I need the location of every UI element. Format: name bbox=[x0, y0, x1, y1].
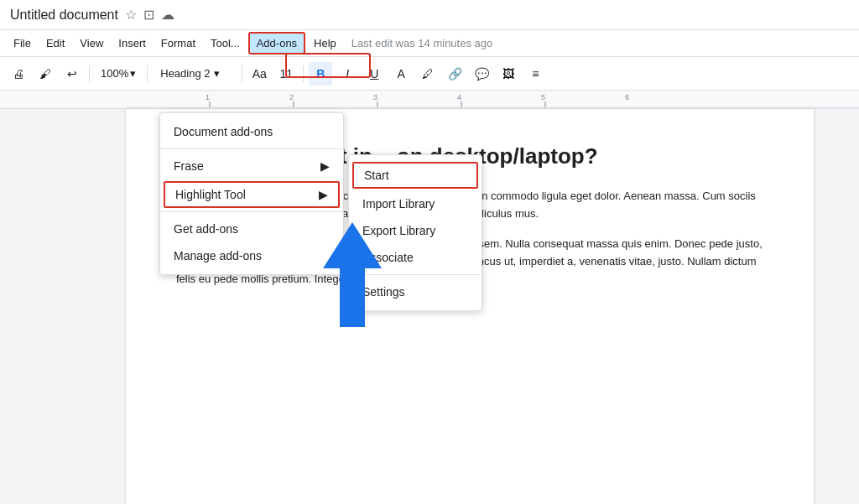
document-addons-label: Document add-ons bbox=[174, 125, 273, 138]
svg-text:2: 2 bbox=[289, 93, 294, 101]
menu-tools[interactable]: Tool... bbox=[204, 34, 247, 53]
frase-item[interactable]: Frase ▶ bbox=[160, 153, 343, 179]
align-button[interactable]: ≡ bbox=[523, 62, 547, 86]
svg-text:1: 1 bbox=[206, 93, 210, 101]
document-title[interactable]: Untitled document bbox=[10, 8, 118, 23]
highlight-tool-item[interactable]: Highlight Tool ▶ bbox=[164, 181, 340, 208]
menu-edit[interactable]: Edit bbox=[39, 34, 71, 53]
document-addons-item[interactable]: Document add-ons bbox=[160, 118, 343, 145]
zoom-arrow-icon: ▾ bbox=[130, 67, 136, 80]
menu-file[interactable]: File bbox=[7, 34, 38, 53]
manage-addons-label: Manage add-ons bbox=[174, 249, 262, 262]
comment-button[interactable]: 💬 bbox=[470, 62, 493, 86]
drive-icon[interactable]: ⊡ bbox=[143, 7, 154, 23]
style-value: Heading 2 bbox=[160, 67, 210, 80]
font-button[interactable]: Aa bbox=[247, 62, 271, 86]
frase-arrow-icon: ▶ bbox=[320, 159, 330, 173]
highlight-submenu: Start Import Library Export Library Asso… bbox=[348, 154, 482, 311]
svg-text:6: 6 bbox=[625, 93, 629, 101]
ruler-inner: 1 2 3 4 5 6 bbox=[126, 91, 859, 108]
submenu-separator bbox=[349, 274, 482, 275]
highlight-tool-label: Highlight Tool bbox=[175, 188, 246, 201]
ruler: 1 2 3 4 5 6 bbox=[0, 91, 859, 109]
start-item[interactable]: Start bbox=[352, 162, 478, 189]
underline-button[interactable]: U bbox=[362, 62, 386, 86]
print-button[interactable]: 🖨 bbox=[7, 62, 30, 86]
zoom-value: 100% bbox=[101, 67, 128, 80]
bold-button[interactable]: B bbox=[309, 62, 332, 86]
toolbar-divider-2 bbox=[147, 65, 148, 82]
title-bar: Untitled document ☆ ⊡ ☁ bbox=[0, 0, 859, 30]
toolbar: 🖨 🖌 ↩ 100% ▾ Heading 2 ▾ Aa 11 B I U A 🖊… bbox=[0, 57, 859, 91]
dropdown-separator-2 bbox=[160, 211, 343, 212]
associate-item[interactable]: Associate bbox=[349, 244, 482, 271]
font-size-button[interactable]: 11 bbox=[274, 62, 298, 86]
associate-label: Associate bbox=[362, 251, 414, 264]
link-button[interactable]: 🔗 bbox=[443, 62, 466, 86]
get-addons-item[interactable]: Get add-ons bbox=[160, 216, 343, 242]
start-label: Start bbox=[364, 169, 389, 182]
image-button[interactable]: 🖼 bbox=[497, 62, 520, 86]
cloud-icon[interactable]: ☁ bbox=[161, 7, 174, 23]
star-icon[interactable]: ☆ bbox=[125, 7, 137, 23]
main-area: How to highlight in... on desktop/laptop… bbox=[0, 109, 859, 504]
zoom-selector[interactable]: 100% ▾ bbox=[95, 65, 142, 82]
text-color-button[interactable]: A bbox=[389, 62, 413, 86]
menu-addons[interactable]: Add-ons bbox=[248, 32, 305, 55]
format-paint-button[interactable]: 🖌 bbox=[34, 62, 57, 86]
menu-help[interactable]: Help bbox=[307, 34, 343, 53]
settings-item[interactable]: Settings bbox=[349, 278, 482, 305]
svg-text:3: 3 bbox=[373, 93, 377, 101]
style-selector[interactable]: Heading 2 ▾ bbox=[153, 65, 237, 82]
manage-addons-item[interactable]: Manage add-ons bbox=[160, 242, 343, 269]
frase-label: Frase bbox=[174, 159, 204, 173]
import-library-label: Import Library bbox=[362, 197, 435, 210]
toolbar-divider-1 bbox=[89, 65, 90, 82]
style-arrow-icon: ▾ bbox=[214, 67, 220, 80]
svg-text:4: 4 bbox=[457, 93, 461, 101]
export-library-item[interactable]: Export Library bbox=[349, 217, 482, 244]
get-addons-label: Get add-ons bbox=[174, 222, 238, 236]
menu-insert[interactable]: Insert bbox=[112, 34, 153, 53]
dropdown-separator-1 bbox=[160, 148, 343, 149]
menu-format[interactable]: Format bbox=[154, 34, 202, 53]
import-library-item[interactable]: Import Library bbox=[349, 190, 482, 217]
toolbar-divider-4 bbox=[303, 65, 304, 82]
svg-text:5: 5 bbox=[541, 93, 545, 101]
highlight-color-button[interactable]: 🖊 bbox=[416, 62, 440, 86]
undo-button[interactable]: ↩ bbox=[60, 62, 84, 86]
last-edit-text: Last edit was 14 minutes ago bbox=[351, 37, 492, 49]
addons-dropdown: Document add-ons Frase ▶ Highlight Tool … bbox=[159, 112, 344, 275]
menu-view[interactable]: View bbox=[73, 34, 110, 53]
export-library-label: Export Library bbox=[362, 224, 435, 237]
toolbar-divider-3 bbox=[242, 65, 242, 82]
menu-bar: File Edit View Insert Format Tool... Add… bbox=[0, 30, 859, 57]
italic-button[interactable]: I bbox=[336, 62, 359, 86]
highlight-tool-arrow-icon: ▶ bbox=[319, 188, 328, 201]
settings-label: Settings bbox=[362, 285, 405, 299]
